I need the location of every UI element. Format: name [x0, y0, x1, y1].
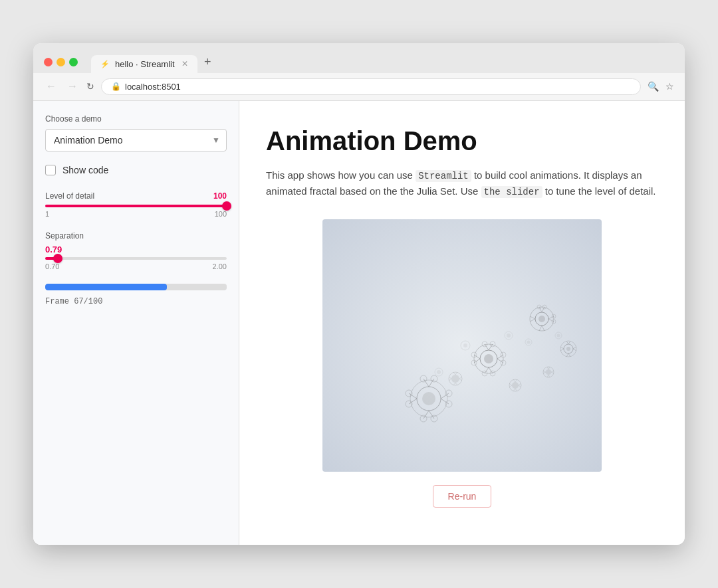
svg-point-22	[484, 354, 493, 363]
browser-window: ⚡ hello · Streamlit ✕ + ← → ↻ 🔒 localhos…	[33, 43, 685, 545]
separation-track	[45, 257, 227, 260]
demo-select-wrapper: Animation Demo Plotting Demo Mapping Dem…	[45, 129, 227, 151]
fractal-visualization	[266, 219, 658, 472]
separation-thumb[interactable]	[53, 254, 62, 263]
svg-point-98	[507, 334, 511, 338]
page-description: This app shows how you can use Streamlit…	[266, 167, 658, 200]
new-tab-button[interactable]: +	[197, 51, 218, 73]
progress-bar-wrapper	[45, 284, 227, 290]
progress-bar-bg	[45, 284, 227, 290]
level-of-detail-range: 1 100	[45, 210, 227, 218]
svg-point-104	[557, 334, 560, 338]
level-of-detail-label: Level of detail	[45, 191, 94, 201]
svg-point-76	[512, 382, 519, 389]
tab-favicon: ⚡	[100, 60, 110, 68]
svg-point-100	[437, 370, 441, 374]
svg-rect-0	[322, 219, 602, 472]
level-of-detail-max: 100	[215, 210, 227, 218]
rerun-button[interactable]: Re-run	[433, 485, 492, 508]
rerun-btn-area: Re-run	[266, 472, 658, 521]
level-of-detail-fill	[45, 205, 227, 207]
lock-icon: 🔒	[111, 82, 121, 91]
svg-point-66	[451, 375, 459, 383]
level-of-detail-slider-wrapper	[45, 205, 227, 207]
bookmark-icon[interactable]: ☆	[665, 81, 674, 92]
demo-select[interactable]: Animation Demo Plotting Demo Mapping Dem…	[45, 129, 227, 151]
title-bar: ⚡ hello · Streamlit ✕ +	[33, 43, 685, 73]
level-of-detail-value: 100	[213, 191, 227, 201]
progress-bar-fill	[45, 284, 167, 290]
address-actions: 🔍 ☆	[648, 81, 674, 92]
app-content: Choose a demo Animation Demo Plotting De…	[33, 101, 685, 545]
separation-label: Separation	[45, 231, 84, 241]
svg-point-96	[463, 343, 467, 347]
separation-range: 0.70 2.00	[45, 262, 227, 270]
url-bar[interactable]: 🔒 localhost:8501	[101, 78, 641, 95]
tab-bar: ⚡ hello · Streamlit ✕ +	[91, 51, 674, 73]
separation-min: 0.70	[45, 262, 59, 270]
forward-button[interactable]: →	[65, 80, 80, 92]
choose-demo-label: Choose a demo	[45, 114, 227, 124]
separation-slider-wrapper	[45, 257, 227, 260]
level-of-detail-track	[45, 205, 227, 207]
url-text: localhost:8501	[125, 82, 181, 92]
separation-section: Separation 0.79 0.70 2.00	[45, 231, 227, 270]
desc-streamlit: Streamlit	[416, 170, 471, 182]
separation-value: 0.79	[45, 245, 227, 254]
minimize-button[interactable]	[57, 58, 65, 66]
zoom-icon[interactable]: 🔍	[648, 81, 659, 92]
page-title: Animation Demo	[266, 125, 658, 157]
level-of-detail-section: Level of detail 100 1 100	[45, 191, 227, 218]
desc-text-3: to tune the level of detail.	[542, 185, 656, 197]
frame-counter: Frame 67/100	[45, 297, 227, 306]
fractal-svg	[322, 219, 602, 472]
svg-point-102	[527, 341, 531, 344]
svg-point-56	[566, 347, 570, 351]
sidebar: Choose a demo Animation Demo Plotting De…	[33, 101, 239, 545]
tab-label: hello · Streamlit	[115, 59, 175, 69]
level-of-detail-min: 1	[45, 210, 49, 218]
refresh-button[interactable]: ↻	[86, 81, 94, 92]
svg-point-41	[538, 316, 545, 322]
separation-max: 2.00	[213, 262, 227, 270]
show-code-label: Show code	[62, 165, 108, 175]
maximize-button[interactable]	[69, 58, 78, 66]
desc-text-1: This app shows how you can use	[266, 169, 416, 181]
show-code-row: Show code	[45, 165, 227, 175]
show-code-checkbox[interactable]	[45, 165, 56, 175]
close-button[interactable]	[44, 58, 53, 66]
desc-slider: the slider	[481, 186, 542, 198]
svg-point-3	[422, 392, 435, 405]
tab-close-icon[interactable]: ✕	[181, 59, 188, 68]
main-content: Animation Demo This app shows how you ca…	[239, 101, 685, 545]
svg-point-86	[546, 369, 551, 375]
back-button[interactable]: ←	[44, 80, 59, 92]
level-of-detail-thumb[interactable]	[222, 201, 231, 211]
active-tab[interactable]: ⚡ hello · Streamlit ✕	[91, 55, 197, 73]
address-bar: ← → ↻ 🔒 localhost:8501 🔍 ☆	[33, 73, 685, 101]
traffic-lights	[44, 58, 78, 66]
